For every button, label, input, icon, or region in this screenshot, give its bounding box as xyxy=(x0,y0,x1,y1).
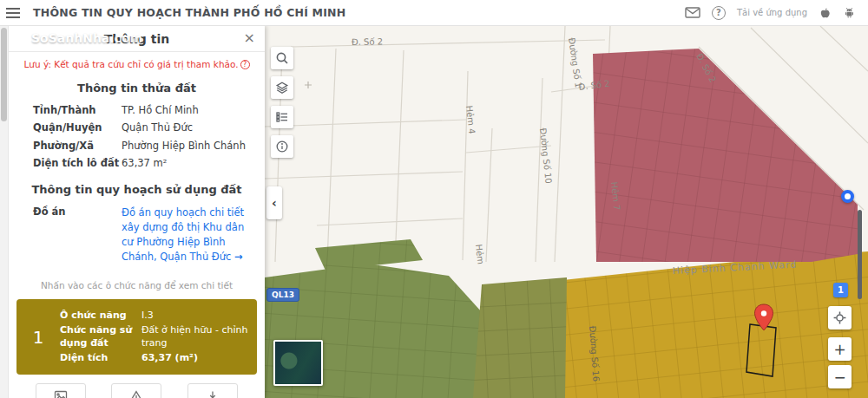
parcel-section-title: Thông tin thửa đất xyxy=(9,82,265,95)
function-row-use: Chức năng sử dụng đất Đất ở hiện hữu - c… xyxy=(60,324,250,350)
collapse-panel-button[interactable]: ‹ xyxy=(266,186,282,219)
page-scrollbar xyxy=(0,26,9,398)
export-image-button[interactable] xyxy=(36,383,86,398)
planning-project-link[interactable]: Đồ án quy hoạch chi tiết xây dựng đô thị… xyxy=(122,206,253,265)
warning-icon xyxy=(129,389,143,398)
arrow-right-icon: → xyxy=(234,251,243,263)
help-icon[interactable]: ? xyxy=(712,6,726,20)
info-row-province: Tỉnh/Thành TP. Hồ Chí Minh xyxy=(9,101,265,120)
info-panel: Thông tin × Lưu ý: Kết quả tra cứu chỉ c… xyxy=(9,26,265,398)
apple-icon[interactable] xyxy=(819,6,832,20)
info-row-ward: Phường/Xã Phường Hiệp Bình Chánh xyxy=(9,137,265,155)
hamburger-menu-icon[interactable] xyxy=(0,8,26,18)
page-scrollbar-thumb[interactable] xyxy=(1,28,7,121)
mail-icon[interactable] xyxy=(685,6,700,19)
info-panel-header: Thông tin × xyxy=(9,26,265,52)
report-issue-button[interactable] xyxy=(111,383,161,398)
search-icon xyxy=(275,51,289,65)
map-canvas[interactable]: Đ. Số 2 Đường Số 1 Đ. Số 2 Đ. Số 2 Hẻm 4… xyxy=(265,26,868,398)
map-scrollbar-thumb[interactable] xyxy=(858,210,862,299)
panel-footer xyxy=(9,375,265,398)
legend-icon xyxy=(275,110,289,124)
info-button[interactable] xyxy=(271,135,293,158)
result-count-badge: 1 xyxy=(833,283,848,297)
chevron-left-icon: ‹ xyxy=(272,196,277,210)
crosshair-icon xyxy=(832,310,847,325)
minus-icon: − xyxy=(833,369,845,386)
function-zone-card[interactable]: 1 Ô chức năng I.3 Chức năng sử dụng đất … xyxy=(16,299,257,375)
svg-text:Đ. Số 2: Đ. Số 2 xyxy=(352,36,383,47)
hint-text: Nhấn vào các ô chức năng để xem chi tiết xyxy=(17,280,256,290)
panel-title: Thông tin xyxy=(104,32,169,46)
info-row-project: Đồ án Đồ án quy hoạch chi tiết xây dựng … xyxy=(9,203,265,267)
minimap-toggle[interactable] xyxy=(273,340,323,386)
close-icon[interactable]: × xyxy=(244,29,255,47)
zone-olive[interactable] xyxy=(473,277,567,398)
layers-button[interactable] xyxy=(271,76,293,99)
info-row-area: Diện tích lô đất 63,37 m² xyxy=(9,155,265,173)
function-row-code: Ô chức năng I.3 xyxy=(60,310,250,323)
plus-icon: + xyxy=(833,341,845,358)
disclaimer-text: Lưu ý: Kết quả tra cứu chỉ có giá trị th… xyxy=(17,59,256,69)
zoom-out-button[interactable]: − xyxy=(828,365,852,388)
app-header: THÔNG TIN QUY HOẠCH THÀNH PHỐ HỒ CHÍ MIN… xyxy=(0,0,868,26)
locate-button[interactable] xyxy=(828,306,852,329)
layers-icon xyxy=(275,81,289,95)
image-icon xyxy=(54,389,68,398)
header-actions: ? Tải về ứng dụng xyxy=(685,6,868,20)
page-title: THÔNG TIN QUY HOẠCH THÀNH PHỐ HỒ CHÍ MIN… xyxy=(33,6,345,19)
download-icon xyxy=(206,389,220,398)
android-icon[interactable] xyxy=(843,6,856,20)
function-zone-index: 1 xyxy=(16,307,60,367)
disclaimer-help-icon[interactable]: ? xyxy=(240,60,250,69)
info-row-district: Quận/Huyện Quận Thủ Đức xyxy=(9,120,265,138)
info-icon xyxy=(275,140,289,153)
planning-map[interactable]: Đ. Số 2 Đường Số 1 Đ. Số 2 Đ. Số 2 Hẻm 4… xyxy=(265,26,868,398)
zoom-in-button[interactable]: + xyxy=(828,337,852,361)
legend-button[interactable] xyxy=(271,106,293,128)
planning-section-title: Thông tin quy hoạch sử dụng đất xyxy=(9,183,265,196)
search-button[interactable] xyxy=(271,47,293,69)
route-shield-ql13: QL13 xyxy=(266,288,299,302)
download-button[interactable] xyxy=(187,383,238,398)
function-row-area: Diện tích 63,37 (m²) xyxy=(60,352,250,365)
download-app-link[interactable]: Tải về ứng dụng xyxy=(737,8,807,17)
map-toolbar xyxy=(271,47,293,158)
compass-control[interactable] xyxy=(841,190,854,203)
